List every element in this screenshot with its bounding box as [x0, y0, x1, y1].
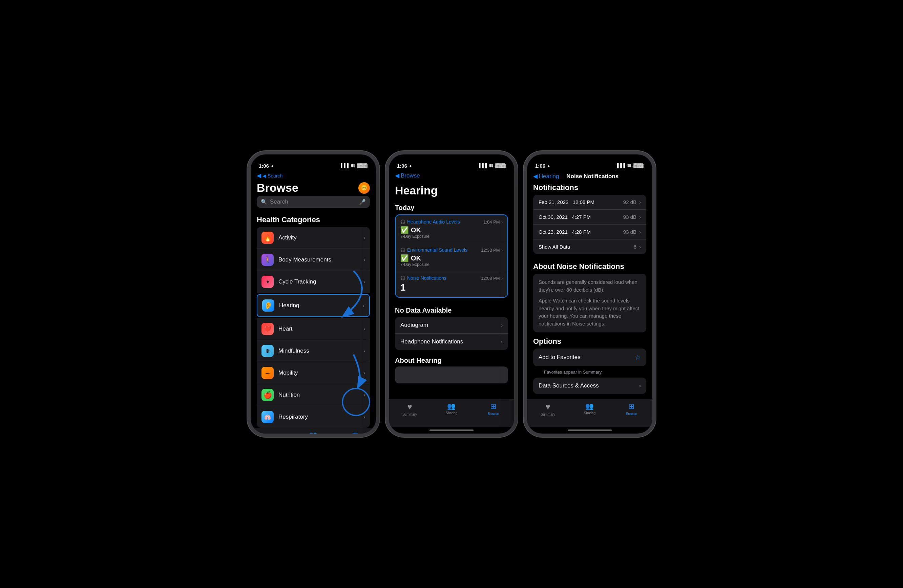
respiratory-label: Respiratory — [278, 413, 359, 420]
category-item-respiratory[interactable]: 🫁 Respiratory › — [257, 406, 370, 428]
phone-3: 1:06 ▲ ▐▐▐ ≋ ▓▓▓| ◀ Hearing Noise Notifi… — [524, 151, 656, 437]
summary-icon-2: ♥ — [407, 402, 412, 412]
hearing-row-env[interactable]: 🎧 Environmental Sound Levels 12:38 PM › … — [396, 243, 507, 271]
tab-sharing-1[interactable]: 👥 Sharing — [292, 431, 334, 434]
hearing-row-noise[interactable]: 🎧 Noise Notifications 12:08 PM › 1 — [396, 271, 507, 297]
location-icon-3: ▲ — [547, 164, 551, 168]
headphone-status: ✅ OK — [400, 226, 503, 234]
add-to-favorites-row[interactable]: Add to Favorites ☆ — [533, 349, 646, 366]
heart-icon: ❤️ — [261, 323, 274, 335]
headphone-notif-label: Headphone Notifications — [400, 338, 463, 345]
category-item-hearing[interactable]: 👂 Hearing › — [257, 294, 370, 317]
category-item-activity[interactable]: 🔥 Activity › — [257, 227, 370, 249]
category-item-heart[interactable]: ❤️ Heart › — [257, 318, 370, 340]
back-label-2: Browse — [401, 172, 420, 179]
show-all-item[interactable]: Show All Data 6 › — [533, 239, 646, 254]
hearing-scroll: Today 🎧 Headphone Audio Levels 1:04 PM › — [389, 201, 514, 399]
audiogram-item[interactable]: Audiogram › — [395, 317, 508, 333]
tab-summary-1[interactable]: ♥ Summary — [251, 431, 292, 434]
notif-date-1: Feb 21, 2022 12:08 PM — [538, 199, 595, 205]
notifications-list: Feb 21, 2022 12:08 PM 92 dB › Oct 30, 20… — [533, 195, 646, 254]
notif-item-2[interactable]: Oct 30, 2021 4:27 PM 93 dB › — [533, 210, 646, 225]
notch — [291, 154, 335, 166]
time-3: 1:06 ▲ — [535, 163, 551, 169]
time-1: 1:06 ▲ — [259, 163, 274, 169]
tab-browse-3[interactable]: ⊞ Browse — [611, 402, 652, 416]
back-nav-3[interactable]: ◀ Hearing — [533, 173, 559, 180]
tab-sharing-3[interactable]: 👥 Sharing — [569, 402, 610, 415]
back-nav-2[interactable]: ◀ Browse — [389, 171, 514, 181]
category-item-nutrition[interactable]: 🍎 Nutrition › — [257, 384, 370, 406]
notif-right-1: 92 dB › — [623, 199, 641, 205]
noise-time: 12:08 PM › — [481, 276, 503, 281]
tab-summary-3[interactable]: ♥ Summary — [527, 402, 569, 416]
hearing-row-headphone[interactable]: 🎧 Headphone Audio Levels 1:04 PM › ✅ OK … — [396, 215, 507, 243]
mindfulness-label: Mindfulness — [278, 347, 359, 354]
category-item-mindfulness[interactable]: ☸ Mindfulness › — [257, 340, 370, 362]
headphone-icon: 🎧 — [400, 220, 406, 224]
sharing-icon-3: 👥 — [585, 402, 594, 410]
search-icon: 🔍 — [261, 199, 267, 205]
show-all-chevron: › — [639, 244, 641, 250]
search-bar[interactable]: 🔍 Search 🎤 — [257, 196, 370, 208]
tab-browse-1[interactable]: ⊞ Browse — [334, 431, 376, 434]
body-label: Body Measurements — [278, 256, 359, 263]
env-title: 🎧 Environmental Sound Levels — [400, 247, 467, 253]
location-icon-2: ▲ — [409, 164, 412, 168]
tab-sharing-2[interactable]: 👥 Sharing — [431, 402, 472, 415]
back-label-3: Hearing — [539, 173, 559, 180]
show-all-count: 6 — [634, 244, 636, 250]
data-sources-chevron: › — [639, 383, 641, 389]
ok-icon-2: ✅ — [400, 254, 409, 262]
noise-page-title: Noise Notifications — [566, 173, 618, 180]
status-right-2: ▐▐▐ ≋ ▓▓▓| — [478, 162, 506, 169]
mic-icon: 🎤 — [359, 199, 366, 205]
phone-2: 1:06 ▲ ▐▐▐ ≋ ▓▓▓| ◀ Browse Hearing — [385, 151, 518, 437]
tab-bar-2: ♥ Summary 👥 Sharing ⊞ Browse — [389, 399, 514, 427]
tab-browse-2[interactable]: ⊞ Browse — [472, 402, 514, 416]
data-sources-card: Data Sources & Access › — [533, 378, 646, 394]
tab-bar-3: ♥ Summary 👥 Sharing ⊞ Browse — [527, 399, 652, 427]
back-nav-1[interactable]: ◀ ◀ Search — [251, 171, 376, 181]
data-sources-row[interactable]: Data Sources & Access › — [533, 378, 646, 394]
nutrition-label: Nutrition — [278, 391, 359, 398]
headphone-notif-item[interactable]: Headphone Notifications › — [395, 333, 508, 350]
profile-avatar[interactable]: 😊 — [359, 182, 370, 194]
cycle-chevron: › — [363, 279, 365, 285]
headphone-time: 1:04 PM › — [483, 220, 503, 225]
body-icon: 🚶 — [261, 254, 274, 266]
search-input[interactable]: Search — [270, 198, 356, 205]
headphone-subtitle: 7-Day Exposure — [400, 234, 503, 239]
category-item-cycle[interactable]: ✦ Cycle Tracking › — [257, 271, 370, 293]
tab-bar-1: ♥ Summary 👥 Sharing ⊞ Browse — [251, 428, 376, 434]
hearing-chevron: › — [363, 303, 365, 308]
data-sources-label: Data Sources & Access — [538, 382, 599, 389]
home-indicator-2 — [389, 427, 514, 434]
category-item-mobility[interactable]: → Mobility › — [257, 362, 370, 384]
sharing-label-3: Sharing — [584, 411, 595, 415]
options-card: Add to Favorites ☆ — [533, 349, 646, 366]
env-subtitle: 7-Day Exposure — [400, 262, 503, 267]
options-title: Options — [527, 333, 652, 349]
browse-label-2: Browse — [488, 412, 499, 416]
signal-icon-1: ▐▐▐ — [340, 163, 349, 168]
notif-item-1[interactable]: Feb 21, 2022 12:08 PM 92 dB › — [533, 195, 646, 210]
battery-icon-1: ▓▓▓| — [357, 163, 368, 168]
status-right-3: ▐▐▐ ≋ ▓▓▓| — [616, 162, 644, 169]
headphone-notif-chevron: › — [501, 339, 503, 344]
about-hearing-title: About Hearing — [395, 353, 508, 366]
summary-icon-1: ♥ — [269, 431, 274, 434]
notif-item-3[interactable]: Oct 23, 2021 4:28 PM 93 dB › — [533, 225, 646, 239]
favorites-note: Favorites appear in Summary. — [538, 368, 608, 378]
heart-label: Heart — [278, 325, 359, 332]
home-indicator-3 — [527, 427, 652, 434]
wifi-icon-2: ≋ — [489, 162, 493, 169]
notch-2 — [429, 154, 474, 166]
mindfulness-chevron: › — [363, 348, 365, 354]
browse-icon-1: ⊞ — [352, 431, 358, 434]
status-right-1: ▐▐▐ ≋ ▓▓▓| — [340, 162, 368, 169]
tab-summary-2[interactable]: ♥ Summary — [389, 402, 431, 416]
noise-scroll: Notifications Feb 21, 2022 12:08 PM 92 d… — [527, 180, 652, 399]
category-item-body[interactable]: 🚶 Body Measurements › — [257, 249, 370, 271]
hearing-page-title: Hearing — [389, 181, 514, 201]
